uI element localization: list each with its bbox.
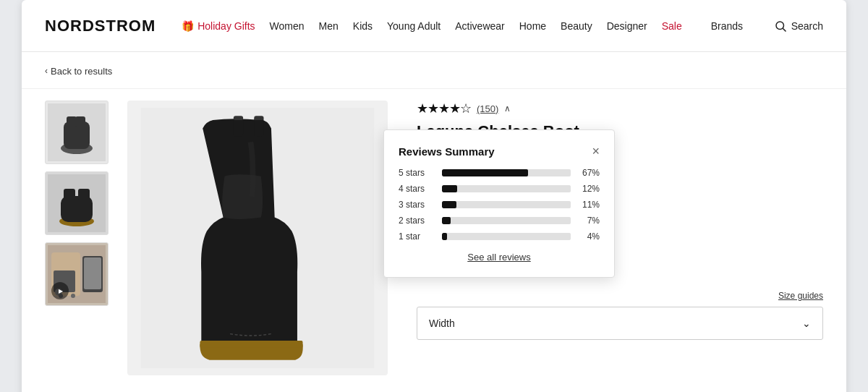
boot-image-svg — [135, 108, 380, 368]
thumbnail-1[interactable] — [45, 101, 109, 164]
nav-item-designer[interactable]: Designer — [607, 20, 647, 32]
nav-item-sale[interactable]: Sale — [662, 20, 682, 32]
stars-3-bar-bg — [442, 201, 571, 208]
stars-row-5: 5 stars 67% — [399, 168, 600, 178]
thumbnail-1-image — [48, 103, 106, 161]
stars-1-bar-bg — [442, 233, 571, 240]
nav-item-young-adult[interactable]: Young Adult — [387, 20, 441, 32]
stars-2-bar-bg — [442, 217, 571, 224]
rating-expand-icon[interactable]: ∧ — [504, 103, 511, 114]
stars-2-label: 2 stars — [399, 216, 436, 226]
rating-row: ★★★★☆ (150) ∧ — [417, 101, 823, 116]
width-chevron-icon: ⌄ — [802, 318, 811, 329]
back-bar: ‹ Back to results — [22, 52, 846, 89]
back-chevron-icon: ‹ — [45, 66, 48, 76]
play-button[interactable] — [51, 282, 69, 299]
stars-3-pct: 11% — [576, 200, 600, 210]
stars-2-pct: 7% — [576, 216, 600, 226]
svg-rect-24 — [234, 117, 243, 137]
svg-rect-22 — [254, 117, 263, 137]
rating-count[interactable]: (150) — [477, 103, 498, 114]
nav-item-beauty[interactable]: Beauty — [561, 20, 592, 32]
svg-rect-10 — [64, 189, 75, 200]
stars-1-pct: 4% — [576, 231, 600, 242]
logo[interactable]: NORDSTROM — [45, 17, 156, 35]
main-product-image — [127, 101, 388, 375]
stars-4-label: 4 stars — [399, 184, 436, 194]
stars-5-bar-fill — [442, 169, 528, 176]
stars-1-bar-fill — [442, 233, 447, 240]
svg-line-1 — [783, 28, 786, 31]
stars-1-label: 1 star — [399, 231, 436, 242]
see-all-reviews-link[interactable]: See all reviews — [399, 252, 600, 263]
stars-2-bar-fill — [442, 217, 451, 224]
width-label: Width — [429, 318, 455, 329]
stars-4-bar-bg — [442, 185, 571, 192]
nav-item-home[interactable]: Home — [519, 20, 546, 32]
back-to-results-link[interactable]: ‹ Back to results — [45, 66, 112, 77]
stars-3-label: 3 stars — [399, 200, 436, 210]
nav-item-women[interactable]: Women — [270, 20, 305, 32]
width-selector[interactable]: Width ⌄ — [417, 307, 823, 340]
nav-item-brands[interactable]: Brands — [711, 20, 743, 32]
product-info: ★★★★☆ (150) ∧ Laguna Chelsea Boot tes an… — [405, 101, 823, 375]
svg-rect-6 — [75, 116, 85, 127]
stars-row-1: 1 star 4% — [399, 231, 600, 242]
stars-row-4: 4 stars 12% — [399, 184, 600, 194]
svg-point-19 — [71, 294, 75, 298]
close-popup-button[interactable]: × — [592, 145, 600, 158]
nav-item-kids[interactable]: Kids — [353, 20, 373, 32]
nav-item-men[interactable]: Men — [319, 20, 339, 32]
search-icon — [774, 20, 787, 33]
thumbnail-video[interactable] — [45, 242, 109, 306]
thumbnail-2[interactable] — [45, 171, 109, 235]
header: NORDSTROM 🎁 Holiday Gifts Women Men Kids… — [22, 0, 846, 52]
thumbnail-2-image — [48, 174, 106, 232]
nav-item-holiday-gifts[interactable]: 🎁 Holiday Gifts — [182, 20, 255, 32]
stars-4-pct: 12% — [576, 184, 600, 194]
stars-5-pct: 67% — [576, 168, 600, 178]
svg-rect-11 — [78, 189, 90, 200]
stars-5-label: 5 stars — [399, 168, 436, 178]
stars-5-bar-bg — [442, 169, 571, 176]
svg-rect-17 — [84, 257, 101, 289]
nav: 🎁 Holiday Gifts Women Men Kids Young Adu… — [182, 20, 773, 32]
svg-rect-23 — [254, 116, 263, 120]
stars-3-bar-fill — [442, 201, 456, 208]
page-wrapper: NORDSTROM 🎁 Holiday Gifts Women Men Kids… — [22, 0, 846, 392]
stars-row-2: 2 stars 7% — [399, 216, 600, 226]
main-content: ★★★★☆ (150) ∧ Laguna Chelsea Boot tes an… — [22, 89, 846, 392]
nav-item-activewear[interactable]: Activewear — [455, 20, 504, 32]
thumbnail-column — [45, 101, 110, 375]
svg-point-0 — [776, 22, 784, 30]
popup-header: Reviews Summary × — [399, 145, 600, 158]
stars-row-3: 3 stars 11% — [399, 200, 600, 210]
popup-title: Reviews Summary — [399, 145, 495, 158]
stars-4-bar-fill — [442, 185, 457, 192]
search-button[interactable]: Search — [774, 20, 823, 33]
star-rating: ★★★★☆ — [417, 101, 471, 116]
size-guides-link[interactable]: Size guides — [417, 291, 823, 301]
gift-icon: 🎁 — [182, 20, 194, 32]
svg-rect-21 — [200, 341, 302, 347]
svg-rect-25 — [234, 116, 243, 120]
svg-rect-5 — [67, 116, 77, 127]
reviews-popup: Reviews Summary × 5 stars 67% 4 stars 12… — [383, 129, 615, 278]
